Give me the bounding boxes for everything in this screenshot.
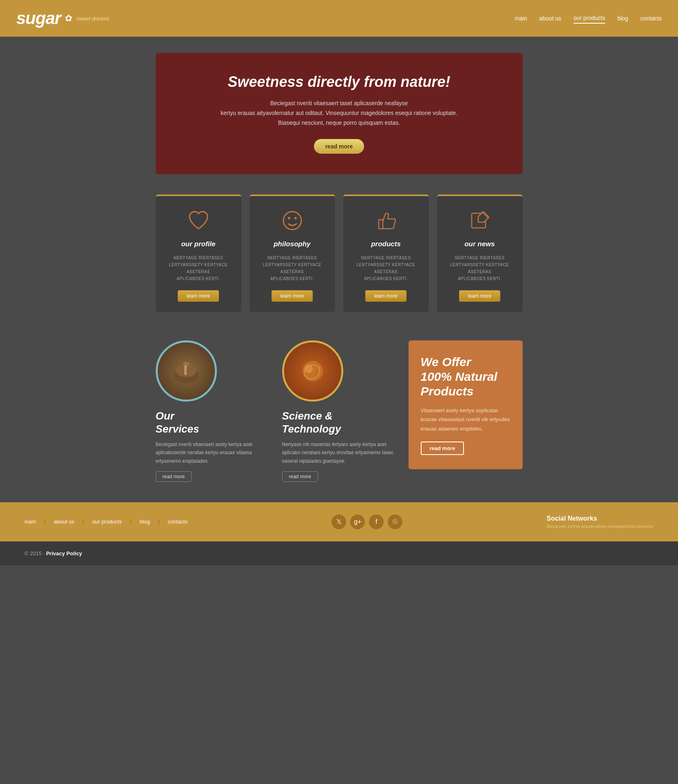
offer-title: We Offer100% NaturalProducts [421, 355, 510, 399]
main-nav: main about us our products blog contacts [515, 13, 662, 24]
card-products-text: NERTYAGE RIERTASESLERTYARSSETY KERTYACE … [351, 254, 421, 282]
cards-section: our profile NERTYAGE RIERTASESLERTYARSSE… [0, 194, 678, 332]
service-our-services-text: Beciegast nveriti vitaesaert asety kerty… [156, 440, 270, 465]
svg-point-0 [283, 212, 301, 230]
logo-icon: ✿ [65, 13, 72, 24]
service-science-tech-title: Science &Technology [282, 410, 396, 435]
service-our-services: OurServices Beciegast nveriti vitaesaert… [156, 340, 270, 482]
smiley-icon [280, 208, 305, 233]
hero-read-more-button[interactable]: read more [314, 139, 364, 154]
social-icons: 𝕏 g+ f ☉ [331, 515, 402, 529]
hero-title: Sweetness directly from nature! [180, 73, 498, 91]
card-our-news-text: NERTYAGE RIERTASESLERTYARSSETY KERTYACE … [445, 254, 515, 282]
privacy-policy-link[interactable]: Privacy Policy [46, 550, 82, 557]
footer-nav-main[interactable]: main [24, 519, 36, 525]
footer-nav: main | about us | our products | blog | … [0, 502, 678, 541]
thumbsup-icon [374, 208, 398, 233]
card-our-news-button[interactable]: learn more [459, 290, 500, 302]
nav-main[interactable]: main [515, 13, 527, 23]
offer-text: Vitaesaert asety kertya asplicase bosrae… [421, 406, 510, 433]
social-networks-text: Social Networks Bayarsety kertya aseplic… [547, 515, 654, 529]
footer-nav-products[interactable]: our products [92, 519, 121, 525]
wifi-icon[interactable]: ☉ [388, 515, 402, 529]
heart-icon [186, 208, 211, 233]
card-our-news-title: our news [445, 240, 515, 248]
footer-nav-divider-1: | [44, 518, 46, 526]
service-science-tech: Science &Technology Nertyase niti masert… [282, 340, 396, 482]
social-networks-title: Social Networks [547, 515, 654, 522]
header: sugar ✿ sweet dreams main about us our p… [0, 0, 678, 37]
offer-box: We Offer100% NaturalProducts Vitaesaert … [409, 340, 523, 469]
footer-nav-about[interactable]: about us [54, 519, 74, 525]
nav-products[interactable]: our products [574, 13, 605, 24]
service-our-services-button[interactable]: read more [156, 471, 192, 482]
footer-nav-divider-3: | [130, 518, 132, 526]
services-grid: OurServices Beciegast nveriti vitaesaert… [156, 340, 523, 482]
footer-nav-blog[interactable]: blog [140, 519, 150, 525]
service-science-tech-text: Nertyase niti masertas lertyars asety ke… [282, 440, 396, 465]
card-philosophy-title: philosophy [258, 240, 327, 248]
card-our-profile-button[interactable]: learn more [178, 290, 219, 302]
services-image-placeholder [170, 355, 203, 387]
logo-text: sugar [16, 9, 61, 28]
facebook-icon[interactable]: f [369, 515, 384, 529]
nav-contacts[interactable]: contacts [640, 13, 662, 23]
edit-icon [468, 208, 492, 233]
science-image-placeholder [296, 355, 329, 387]
card-our-profile-title: our profile [164, 240, 233, 248]
card-philosophy-text: NERTYAGE RIERTASESLERTYARSSETY KERTYACE … [258, 254, 327, 282]
card-products: products NERTYAGE RIERTASESLERTYARSSETY … [343, 194, 429, 312]
footer-copyright: © 2015 · Privacy Policy [24, 550, 82, 557]
logo-area: sugar ✿ sweet dreams [16, 9, 109, 28]
svg-point-1 [288, 217, 290, 219]
footer-nav-links: main | about us | our products | blog | … [24, 518, 188, 526]
nav-blog[interactable]: blog [617, 13, 628, 23]
svg-point-2 [294, 217, 297, 219]
service-our-services-title: OurServices [156, 410, 270, 435]
hero-section: Sweetness directly from nature! Beciegas… [0, 37, 678, 194]
google-plus-icon[interactable]: g+ [350, 515, 365, 529]
card-our-news: our news NERTYAGE RIERTASESLERTYARSSETY … [437, 194, 523, 312]
card-philosophy: philosophy NERTYAGE RIERTASESLERTYARSSET… [250, 194, 335, 312]
social-networks-subtitle: Bayarsety kertya aseplicatioes kerasaert… [547, 524, 654, 529]
service-our-services-image [156, 340, 217, 402]
offer-read-more-button[interactable]: read more [421, 442, 464, 455]
card-philosophy-button[interactable]: learn more [272, 290, 313, 302]
twitter-icon[interactable]: 𝕏 [331, 515, 346, 529]
card-products-title: products [351, 240, 421, 248]
service-science-tech-image [282, 340, 343, 402]
footer-nav-contacts[interactable]: contacts [168, 519, 188, 525]
services-section: OurServices Beciegast nveriti vitaesaert… [0, 332, 678, 502]
hero-inner: Sweetness directly from nature! Beciegas… [156, 53, 523, 174]
service-science-tech-button[interactable]: read more [282, 471, 318, 482]
card-our-profile: our profile NERTYAGE RIERTASESLERTYARSSE… [156, 194, 241, 312]
footer-bottom: © 2015 · Privacy Policy [0, 541, 678, 565]
logo-tagline: sweet dreams [76, 15, 109, 22]
hero-text: Beciegast nveriti vitaesaert taset aplic… [180, 99, 498, 128]
footer-nav-divider-4: | [158, 518, 159, 526]
card-products-button[interactable]: learn more [365, 290, 406, 302]
svg-rect-7 [183, 362, 190, 365]
nav-about[interactable]: about us [539, 13, 561, 23]
card-our-profile-text: NERTYAGE RIERTASESLERTYARSSETY KERTYACE … [164, 254, 233, 282]
cards-grid: our profile NERTYAGE RIERTASESLERTYARSSE… [156, 194, 523, 312]
footer-nav-divider-2: | [82, 518, 84, 526]
